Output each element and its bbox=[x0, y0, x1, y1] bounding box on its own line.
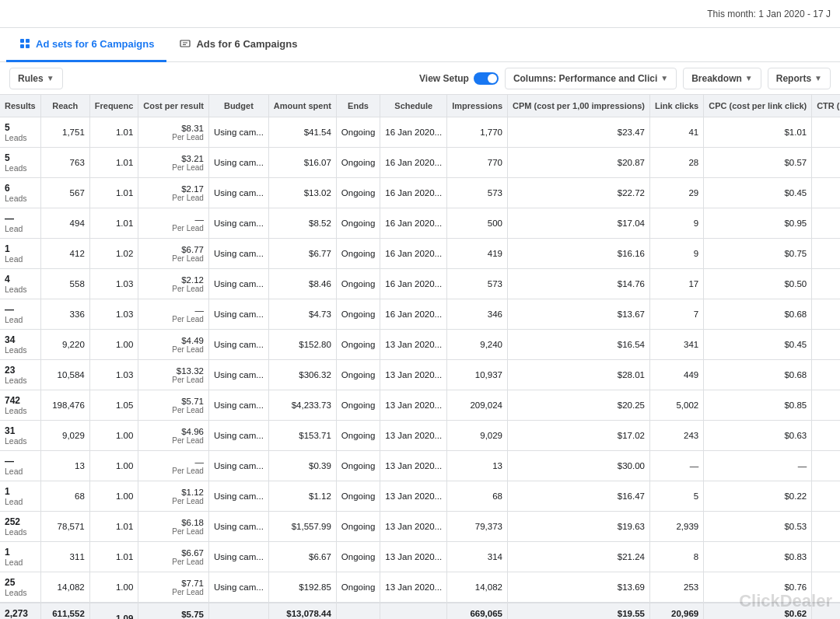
cell-link-clicks: 41 bbox=[649, 117, 703, 148]
footer-result: 2,273 People bbox=[0, 603, 40, 619]
cell-schedule: 16 Jan 2020... bbox=[380, 117, 447, 148]
tab-ads[interactable]: Ads for 6 Campaigns bbox=[166, 28, 310, 62]
cell-freq: 1.05 bbox=[89, 390, 138, 421]
cell-impressions: 79,373 bbox=[447, 512, 508, 542]
footer-freq: 1.09 bbox=[89, 603, 138, 619]
cell-cpm: $21.24 bbox=[508, 542, 650, 572]
cell-schedule: 13 Jan 2020... bbox=[380, 572, 447, 603]
cell-schedule: 13 Jan 2020... bbox=[380, 360, 447, 390]
cell-reach: 9,029 bbox=[40, 421, 89, 451]
col-cpm: CPM (cost per 1,00 impressions) bbox=[508, 95, 650, 117]
cell-cost: $13.32 Per Lead bbox=[138, 360, 209, 390]
cell-link-clicks: 243 bbox=[649, 421, 703, 451]
cell-cpm: $14.76 bbox=[508, 269, 650, 299]
table-row: 1 Lead 68 1.00 $1.12 Per Lead Using cam.… bbox=[0, 481, 840, 512]
cell-cpc-link: $0.45 bbox=[704, 178, 812, 208]
rules-button[interactable]: Rules ▼ bbox=[9, 68, 63, 89]
cell-reach: 13 bbox=[40, 451, 89, 481]
cell-impressions: 500 bbox=[447, 208, 508, 239]
cell-freq: 1.00 bbox=[89, 572, 138, 603]
cell-ends: Ongoing bbox=[336, 269, 380, 299]
cell-reach: 10,584 bbox=[40, 360, 89, 390]
cell-reach: 14,082 bbox=[40, 572, 89, 603]
cell-spent: $8.52 bbox=[268, 208, 336, 239]
col-schedule: Schedule bbox=[380, 95, 447, 117]
reports-chevron-icon: ▼ bbox=[814, 74, 822, 82]
cell-budget: Using cam... bbox=[208, 481, 268, 512]
cell-ends: Ongoing bbox=[336, 148, 380, 178]
cell-schedule: 16 Jan 2020... bbox=[380, 269, 447, 299]
reports-button[interactable]: Reports ▼ bbox=[768, 68, 831, 89]
columns-button[interactable]: Columns: Performance and Clici ▼ bbox=[505, 68, 677, 89]
cell-budget: Using cam... bbox=[208, 572, 268, 603]
cell-freq: 1.00 bbox=[89, 451, 138, 481]
cell-cost: $6.18 Per Lead bbox=[138, 512, 209, 542]
footer-link-clicks: 20,969Total bbox=[649, 603, 703, 619]
cell-freq: 1.03 bbox=[89, 360, 138, 390]
cell-spent: $1,557.99 bbox=[268, 512, 336, 542]
cell-budget: Using cam... bbox=[208, 330, 268, 360]
cell-reach: 1,751 bbox=[40, 117, 89, 148]
table-row: 4 Leads 558 1.03 $2.12 Per Lead Using ca… bbox=[0, 269, 840, 299]
cell-cpc-link: $0.76 bbox=[704, 572, 812, 603]
cell-ends: Ongoing bbox=[336, 481, 380, 512]
cell-impressions: 13 bbox=[447, 451, 508, 481]
cell-ctr-link: 2.15% bbox=[812, 239, 840, 269]
cell-budget: Using cam... bbox=[208, 178, 268, 208]
cell-ctr-link: 2.39% bbox=[812, 390, 840, 421]
col-cpc-link: CPC (cost per link click) bbox=[704, 95, 812, 117]
svg-rect-2 bbox=[20, 44, 24, 48]
cell-spent: $16.07 bbox=[268, 148, 336, 178]
cell-link-clicks: — bbox=[649, 451, 703, 481]
cell-result: 34 Leads bbox=[0, 330, 40, 360]
cell-cpm: $16.47 bbox=[508, 481, 650, 512]
tabs-row: Ad sets for 6 Campaigns Ads for 6 Campai… bbox=[0, 28, 840, 62]
table-header-row: Results Reach Frequenc Cost per result B… bbox=[0, 95, 840, 117]
tab-adsets-label: Ad sets for 6 Campaigns bbox=[36, 38, 154, 50]
cell-impressions: 10,937 bbox=[447, 360, 508, 390]
cell-freq: 1.01 bbox=[89, 178, 138, 208]
tab-ads-label: Ads for 6 Campaigns bbox=[196, 38, 297, 50]
cell-schedule: 13 Jan 2020... bbox=[380, 512, 447, 542]
cell-cpc-link: $0.85 bbox=[704, 390, 812, 421]
tab-adsets[interactable]: Ad sets for 6 Campaigns bbox=[6, 28, 166, 62]
cell-budget: Using cam... bbox=[208, 390, 268, 421]
cell-impressions: 209,024 bbox=[447, 390, 508, 421]
cell-ends: Ongoing bbox=[336, 239, 380, 269]
cell-cost: $8.31 Per Lead bbox=[138, 117, 209, 148]
cell-cpc-link: $0.68 bbox=[704, 299, 812, 330]
cell-freq: 1.00 bbox=[89, 330, 138, 360]
cell-ends: Ongoing bbox=[336, 208, 380, 239]
cell-cpc-link: $0.45 bbox=[704, 330, 812, 360]
cell-budget: Using cam... bbox=[208, 299, 268, 330]
cell-cost: — Per Lead bbox=[138, 299, 209, 330]
cell-cpm: $22.72 bbox=[508, 178, 650, 208]
cell-budget: Using cam... bbox=[208, 239, 268, 269]
columns-label: Columns: Performance and Clici bbox=[513, 73, 657, 84]
cell-cpc-link: $1.01 bbox=[704, 117, 812, 148]
cell-ends: Ongoing bbox=[336, 451, 380, 481]
cell-schedule: 13 Jan 2020... bbox=[380, 330, 447, 360]
col-budget: Budget bbox=[208, 95, 268, 117]
cell-cpm: $13.67 bbox=[508, 299, 650, 330]
breakdown-button[interactable]: Breakdown ▼ bbox=[683, 68, 761, 89]
view-setup-toggle[interactable]: View Setup bbox=[419, 72, 499, 85]
breakdown-label: Breakdown bbox=[691, 73, 742, 84]
col-amount-spent: Amount spent bbox=[268, 95, 336, 117]
cell-ctr-link: 2.02% bbox=[812, 299, 840, 330]
cell-budget: Using cam... bbox=[208, 451, 268, 481]
cell-freq: 1.00 bbox=[89, 421, 138, 451]
cell-schedule: 16 Jan 2020... bbox=[380, 148, 447, 178]
cell-cpc-link: — bbox=[704, 451, 812, 481]
cell-spent: $6.67 bbox=[268, 542, 336, 572]
cell-schedule: 13 Jan 2020... bbox=[380, 481, 447, 512]
table-row: 1 Lead 311 1.01 $6.67 Per Lead Using cam… bbox=[0, 542, 840, 572]
cell-link-clicks: 7 bbox=[649, 299, 703, 330]
table-container[interactable]: Results Reach Frequenc Cost per result B… bbox=[0, 95, 840, 619]
toggle-track[interactable] bbox=[474, 72, 499, 85]
cell-cpc-link: $0.57 bbox=[704, 148, 812, 178]
cell-ends: Ongoing bbox=[336, 390, 380, 421]
footer-impressions: 669,065Total bbox=[447, 603, 508, 619]
cell-spent: $4,233.73 bbox=[268, 390, 336, 421]
toggle-thumb bbox=[488, 74, 497, 83]
